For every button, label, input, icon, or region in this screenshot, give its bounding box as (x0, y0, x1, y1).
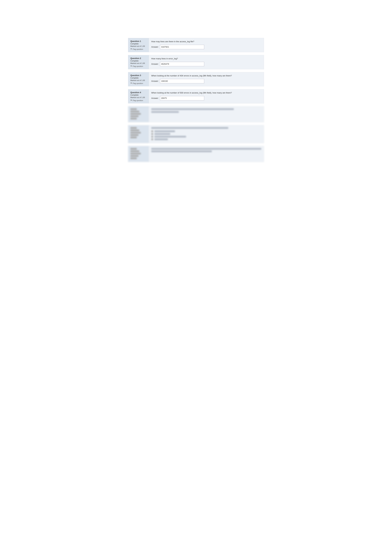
answer-label-2: Answer: (151, 63, 159, 65)
question-status-3: Complete (130, 77, 146, 79)
blurred-radio-item (151, 130, 261, 132)
blurred-content-5 (149, 106, 264, 122)
blurred-sidebar-6 (128, 125, 149, 143)
question-number-2: Question 2 (130, 57, 146, 59)
question-number-4: Question 4 (130, 91, 146, 94)
blurred-sidebar-7 (128, 146, 149, 162)
question-marked-3: Marked out of 1.00 (130, 79, 146, 81)
question-sidebar-1: Question 1 Complete Marked out of 1.00 ⚑… (128, 38, 149, 52)
question-status-1: Complete (130, 43, 146, 45)
question-status-2: Complete (130, 60, 146, 62)
answer-label-1: Answer: (151, 46, 159, 48)
blurred-content-6 (149, 125, 264, 143)
flag-question-2[interactable]: ⚑ Flag question (130, 65, 146, 67)
blurred-radio-item (151, 139, 261, 140)
flag-icon-2: ⚑ (130, 65, 132, 67)
blurred-radio-item (151, 136, 261, 138)
question-marked-1: Marked out of 1.00 (130, 45, 146, 47)
flag-question-3[interactable]: ⚑ Flag question (130, 82, 146, 84)
answer-row-3: Answer: (151, 79, 261, 83)
blurred-question-7 (128, 146, 264, 162)
question-number-3: Question 3 (130, 74, 146, 77)
flag-icon-4: ⚑ (130, 99, 132, 101)
blurred-sidebar-5 (128, 106, 149, 122)
flag-question-4[interactable]: ⚑ Flag question (130, 99, 146, 101)
answer-label-3: Answer: (151, 80, 159, 82)
blurred-question-5 (128, 106, 264, 122)
answer-input-4[interactable] (160, 96, 204, 100)
question-marked-2: Marked out of 1.00 (130, 62, 146, 64)
question-text-2: How many lines in error_log? (151, 57, 261, 60)
question-text-3: When looking at the number of 404 errors… (151, 74, 261, 77)
blurred-radio-item (151, 133, 261, 135)
question-block-1: Question 1 Complete Marked out of 1.00 ⚑… (128, 38, 264, 52)
answer-row-2: Answer: (151, 62, 261, 66)
answer-input-3[interactable] (160, 79, 204, 83)
answer-input-2[interactable] (160, 62, 204, 66)
question-status-4: Complete (130, 94, 146, 96)
answer-row-1: Answer: (151, 45, 261, 49)
question-content-4: When looking at the number of 500 errors… (149, 89, 264, 103)
answer-input-1[interactable] (160, 45, 204, 49)
question-number-1: Question 1 (130, 40, 146, 42)
question-sidebar-3: Question 3 Complete Marked out of 1.00 ⚑… (128, 72, 149, 86)
quiz-container: Question 1 Complete Marked out of 1.00 ⚑… (128, 38, 264, 162)
question-content-2: How many lines in error_log? Answer: (149, 55, 264, 69)
answer-label-4: Answer: (151, 97, 159, 99)
blurred-question-6 (128, 125, 264, 143)
question-sidebar-2: Question 2 Complete Marked out of 1.00 ⚑… (128, 55, 149, 69)
question-sidebar-4: Question 4 Complete Marked out of 1.00 ⚑… (128, 89, 149, 103)
question-text-1: How may lines are there in the access_lo… (151, 40, 261, 43)
question-block-3: Question 3 Complete Marked out of 1.00 ⚑… (128, 72, 264, 86)
answer-row-4: Answer: (151, 96, 261, 100)
question-content-3: When looking at the number of 404 errors… (149, 72, 264, 86)
blurred-radio-group-6 (151, 130, 261, 140)
flag-icon-1: ⚑ (130, 48, 132, 50)
question-text-4: When looking at the number of 500 errors… (151, 91, 261, 95)
blurred-content-7 (149, 146, 264, 162)
flag-question-1[interactable]: ⚑ Flag question (130, 48, 146, 50)
question-block-2: Question 2 Complete Marked out of 1.00 ⚑… (128, 55, 264, 69)
question-content-1: How may lines are there in the access_lo… (149, 38, 264, 52)
flag-icon-3: ⚑ (130, 82, 132, 84)
question-marked-4: Marked out of 1.00 (130, 96, 146, 98)
question-block-4: Question 4 Complete Marked out of 1.00 ⚑… (128, 89, 264, 103)
